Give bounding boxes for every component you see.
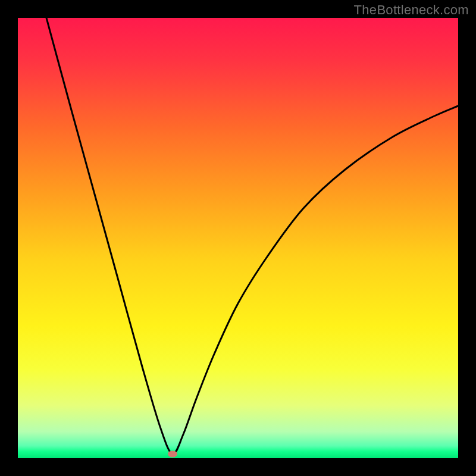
plot-area — [18, 18, 458, 458]
optimal-point-marker — [168, 451, 177, 458]
bottleneck-curve — [18, 18, 458, 458]
watermark-text: TheBottleneck.com — [354, 2, 469, 18]
chart-frame: TheBottleneck.com — [0, 0, 476, 476]
